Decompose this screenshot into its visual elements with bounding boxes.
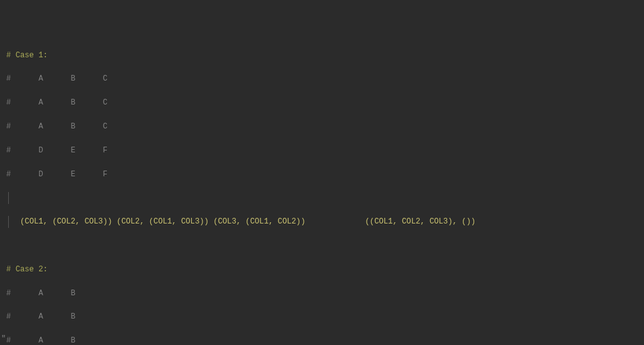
data-row: # A B <box>6 336 75 345</box>
data-row: # A B C <box>6 98 108 107</box>
case1-header: # Case 1: <box>6 51 48 60</box>
code-line[interactable]: # A B <box>0 335 644 345</box>
data-row: # A B <box>6 289 75 298</box>
code-line[interactable]: # A B <box>0 311 644 323</box>
code-line[interactable]: (COL1, (COL2, COL3)) (COL2, (COL1, COL3)… <box>0 216 644 228</box>
code-line[interactable]: # A B C <box>0 73 644 85</box>
code-line[interactable]: # D E F <box>0 145 644 157</box>
indent-guide: (COL1, (COL2, COL3)) (COL2, (COL1, COL3)… <box>8 216 475 228</box>
mode-indicator: " <box>0 333 6 345</box>
case2-header: # Case 2: <box>6 265 48 274</box>
data-row: # A B C <box>6 122 108 131</box>
code-line[interactable]: # Case 2: <box>0 264 644 276</box>
code-line[interactable]: # D E F <box>0 169 644 181</box>
data-row: # D E F <box>6 146 108 155</box>
data-row: # A B <box>6 312 75 321</box>
data-row: # A B C <box>6 74 108 83</box>
expression: (COL1, (COL2, COL3)) (COL2, (COL1, COL3)… <box>20 217 475 226</box>
code-line[interactable]: # A B C <box>0 121 644 133</box>
code-line[interactable]: # A B C <box>0 97 644 109</box>
blank-line[interactable] <box>0 240 644 252</box>
data-row: # D E F <box>6 170 108 179</box>
indent-guide <box>8 192 20 204</box>
code-line[interactable]: # Case 1: <box>0 50 644 62</box>
code-line[interactable] <box>0 192 644 204</box>
code-line[interactable]: # A B <box>0 288 644 300</box>
